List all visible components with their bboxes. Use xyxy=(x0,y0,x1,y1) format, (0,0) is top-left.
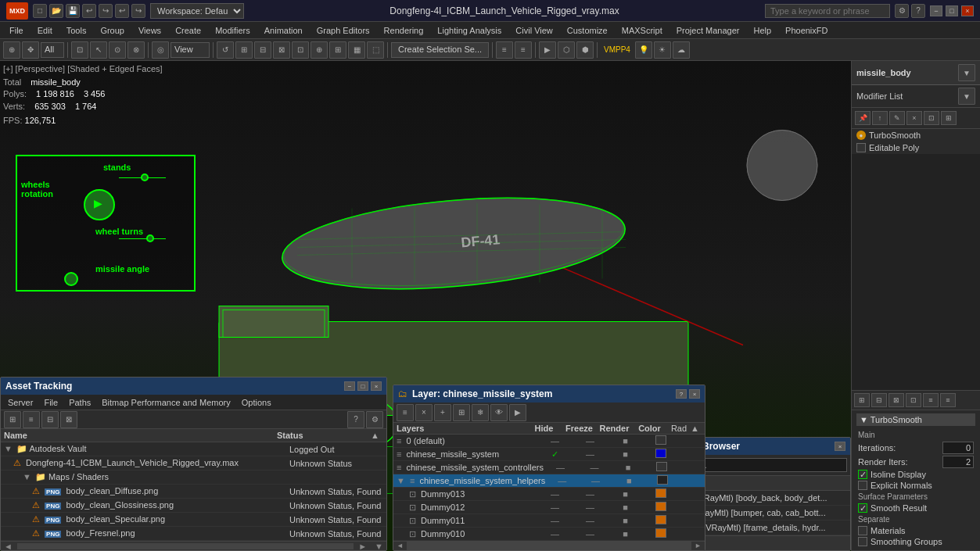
at-scroll-right-btn[interactable]: ► xyxy=(355,542,370,551)
layer-color-swatch[interactable] xyxy=(655,515,666,524)
menu-project[interactable]: Project Manager xyxy=(670,24,746,37)
at-menu-server[interactable]: Server xyxy=(4,397,37,408)
menu-group[interactable]: Group xyxy=(94,24,131,37)
at-maximize-btn[interactable]: □ xyxy=(357,381,368,391)
menu-modifiers[interactable]: Modifiers xyxy=(209,24,257,37)
sun-btn[interactable]: ☀ xyxy=(654,41,671,59)
layer-hide-cell[interactable]: — xyxy=(537,529,573,538)
layer-link-btn[interactable]: ⊞ xyxy=(453,404,470,421)
layer-color-cell[interactable] xyxy=(643,515,678,526)
layer-hide-cell[interactable]: — xyxy=(537,503,573,512)
at-menu-bitmap[interactable]: Bitmap Performance and Memory xyxy=(98,397,234,408)
at-close-btn[interactable]: × xyxy=(371,381,382,391)
layer-scroll-right-btn[interactable]: ► xyxy=(691,542,705,550)
ml-btn1[interactable]: ⊞ xyxy=(854,393,870,407)
menu-customize[interactable]: Customize xyxy=(561,24,614,37)
layer-hide-cell[interactable]: — xyxy=(537,489,573,499)
layer-render-cell[interactable]: ■ xyxy=(608,529,643,538)
modifier-item-editpoly[interactable]: Editable Poly xyxy=(852,141,980,154)
table-row[interactable]: ⚠ PNG body_Fresnel.png Unknown Status, F… xyxy=(1,527,386,541)
menu-tools[interactable]: Tools xyxy=(60,24,93,37)
layer-row[interactable]: ≡ chinese_missile_system ✓ — ■ xyxy=(393,448,705,461)
smoothing-checkbox[interactable] xyxy=(858,537,867,546)
layer-color-cell[interactable] xyxy=(643,449,678,460)
layer-color-swatch[interactable] xyxy=(655,449,666,458)
layer-freeze-cell[interactable]: — xyxy=(579,476,612,485)
layer-color-swatch[interactable] xyxy=(657,475,668,485)
at-btn2[interactable]: ≡ xyxy=(23,411,40,428)
ml-btn3[interactable]: ⊠ xyxy=(888,393,904,407)
layer-color-cell[interactable] xyxy=(643,488,678,499)
layer-freeze-btn[interactable]: ❄ xyxy=(472,404,489,421)
layer-window[interactable]: 🗂 Layer: chinese_missile_system ? × ≡ × … xyxy=(393,385,705,551)
layer-color-swatch[interactable] xyxy=(655,435,666,445)
modifier-item-turbosm[interactable]: ● TurboSmooth xyxy=(852,129,980,141)
view-dropdown[interactable]: View xyxy=(171,42,210,58)
table-row[interactable]: ⚠ Dongfeng-41_ICBM_Launch_Vehicle_Rigged… xyxy=(1,456,386,470)
at-menu-paths[interactable]: Paths xyxy=(65,397,95,408)
menu-civil[interactable]: Civil View xyxy=(509,24,558,37)
rp-pin-btn[interactable]: 📌 xyxy=(855,111,871,125)
layer-view-btn[interactable]: ≡ xyxy=(397,404,414,421)
at-btn4[interactable]: ⊠ xyxy=(60,411,77,428)
save-btn[interactable]: 💾 xyxy=(66,4,80,18)
ctrl-wheelturns-knob[interactable] xyxy=(146,234,154,242)
layer-freeze-cell[interactable]: — xyxy=(573,449,608,459)
at-settings-btn[interactable]: ⚙ xyxy=(366,411,383,428)
layer-hide-btn[interactable]: 👁 xyxy=(490,404,508,421)
menu-graph-editors[interactable]: Graph Editors xyxy=(311,24,376,37)
layer-render-btn[interactable]: ▶ xyxy=(509,404,526,421)
close-btn[interactable]: × xyxy=(961,5,974,16)
layer-render-cell[interactable]: ■ xyxy=(608,503,643,512)
layer-color-swatch[interactable] xyxy=(656,462,667,471)
layer-hide-cell[interactable]: ✓ xyxy=(537,449,573,460)
layer-freeze-cell[interactable]: — xyxy=(577,463,611,472)
tool3-btn[interactable]: ⊞ xyxy=(329,41,346,59)
undo-btn[interactable]: ↩ xyxy=(82,4,96,18)
select3-btn[interactable]: ⊙ xyxy=(109,41,126,59)
open-btn[interactable]: 📂 xyxy=(49,4,63,18)
layer-freeze-cell[interactable]: — xyxy=(573,436,608,445)
layer-btn[interactable]: ≡ xyxy=(496,41,513,59)
layer-bottom-scroll[interactable]: ◄ ► xyxy=(393,541,705,550)
layer-freeze-cell[interactable]: — xyxy=(573,503,608,512)
align2-btn[interactable]: ⊡ xyxy=(292,41,309,59)
view-btn[interactable]: ◎ xyxy=(152,41,169,59)
at-btn3[interactable]: ⊟ xyxy=(41,411,59,428)
layer-row[interactable]: ▼ ≡ chinese_missile_system_helpers — — ■ xyxy=(393,474,705,488)
menu-edit[interactable]: Edit xyxy=(31,24,59,37)
menu-help[interactable]: Help xyxy=(747,24,777,37)
layer-color-cell[interactable] xyxy=(643,528,678,539)
ctrl-angle-circle[interactable] xyxy=(64,272,78,286)
options-icon[interactable]: ⚙ xyxy=(895,4,909,18)
rp-del-btn[interactable]: × xyxy=(906,111,922,125)
layer-freeze-cell[interactable]: — xyxy=(573,516,608,525)
layer-color-swatch[interactable] xyxy=(655,502,666,511)
snap-btn[interactable]: ⊡ xyxy=(71,41,88,59)
layer-render-cell[interactable]: ■ xyxy=(612,476,646,485)
rp-dropdown-btn[interactable]: ▼ xyxy=(958,64,975,81)
tool2-btn[interactable]: ⊕ xyxy=(311,41,328,59)
layer-hide-cell[interactable]: — xyxy=(537,436,573,445)
undo2-btn[interactable]: ↩ xyxy=(115,4,129,18)
ml-btn4[interactable]: ⊡ xyxy=(906,393,921,407)
modifier-dropdown-btn[interactable]: ▼ xyxy=(958,88,975,105)
explicit-checkbox[interactable] xyxy=(858,481,867,490)
render3-btn[interactable]: ⬢ xyxy=(576,41,594,59)
select2-btn[interactable]: ↖ xyxy=(90,41,107,59)
layer-render-cell[interactable]: ■ xyxy=(608,489,643,499)
layer-color-swatch[interactable] xyxy=(655,528,666,538)
mirror-btn[interactable]: ⊟ xyxy=(254,41,271,59)
table-row[interactable]: ⚠ PNG body_clean_Specular.png Unknown St… xyxy=(1,513,386,527)
menu-animation[interactable]: Animation xyxy=(258,24,309,37)
ctrl-stands-knob[interactable] xyxy=(141,174,149,181)
render-iters-input[interactable] xyxy=(942,456,974,468)
layer-del-btn[interactable]: × xyxy=(415,404,433,421)
at-scroll-up[interactable]: ▲ xyxy=(371,431,383,440)
rp-paste-btn[interactable]: ⊞ xyxy=(941,111,957,125)
layer-hide-cell[interactable]: — xyxy=(545,476,579,485)
scale-btn[interactable]: ⊞ xyxy=(235,41,253,59)
viewport-3d[interactable]: DF-41 [+] [Perspective] [Shaded + Edged … xyxy=(0,61,851,551)
filter-dropdown[interactable]: All xyxy=(41,42,64,58)
layer-row[interactable]: ⊡ Dummy010 — — ■ xyxy=(393,528,705,541)
